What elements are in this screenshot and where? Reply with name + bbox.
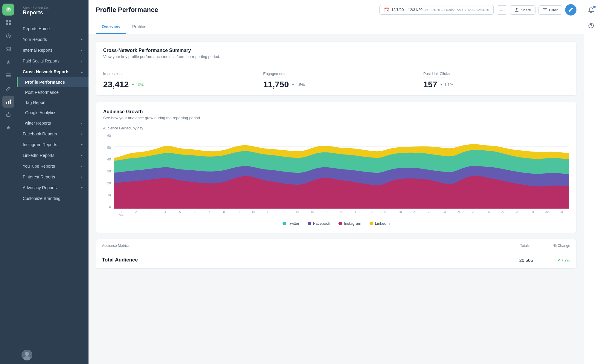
x-label-30: 30 xyxy=(540,210,554,214)
date-range-button[interactable]: 📅 12/1/20 – 12/31/20 vs 11/1/20 – 11/30/… xyxy=(379,5,494,15)
chart-x-axis: 1 Dec 2 3 4 5 6 7 8 9 10 11 12 13 14 xyxy=(114,209,569,218)
metric-post-link-clicks: Post Link Clicks 157 1.1% xyxy=(416,65,576,95)
content-area: Cross-Network Performance Summary View y… xyxy=(89,34,584,364)
total-audience-change: ↗ 7.7% xyxy=(557,258,570,262)
page-title: Profile Performance xyxy=(96,6,158,14)
summary-card-subtitle: View your key profile performance metric… xyxy=(103,54,569,59)
nav-icon-compose[interactable] xyxy=(2,82,14,94)
help-icon xyxy=(588,23,594,29)
nav-group-linkedin-reports[interactable]: LinkedIn Reports ▾ xyxy=(17,150,89,161)
table-col-metrics: Audience Metrics xyxy=(102,244,129,248)
nav-group-label-youtube-reports: YouTube Reports xyxy=(23,164,55,169)
brand-header: Sprout Coffee Co. Reports xyxy=(17,2,89,21)
nav-icon-pin[interactable] xyxy=(2,56,14,68)
x-label-29: 29 xyxy=(525,210,540,214)
nav-group-youtube-reports[interactable]: YouTube Reports ▾ xyxy=(17,161,89,172)
notification-icon-btn[interactable] xyxy=(586,5,597,16)
chart-y-axis: 60 50 40 30 20 10 0 xyxy=(103,134,113,209)
nav-group-label-instagram-reports: Instagram Reports xyxy=(23,142,57,147)
nav-group-pinterest-reports[interactable]: Pinterest Reports ▾ xyxy=(17,172,89,182)
impressions-value: 23,412 10% xyxy=(103,80,248,89)
x-label-14: 14 xyxy=(305,210,319,214)
sidebar-item-profile-performance[interactable]: Profile Performance xyxy=(17,77,89,87)
nav-icon-star[interactable] xyxy=(2,122,14,134)
more-button[interactable]: ··· xyxy=(497,5,507,15)
nav-group-your-reports[interactable]: Your Reports ▾ xyxy=(17,34,89,45)
summary-card-title: Cross-Network Performance Summary xyxy=(103,48,569,53)
post-link-clicks-label: Post Link Clicks xyxy=(423,72,450,77)
total-audience-values: 20,505 ↗ 7.7% xyxy=(519,258,570,263)
sidebar-item-post-performance[interactable]: Post Performance xyxy=(17,87,89,97)
nav-icon-inbox[interactable] xyxy=(2,43,14,55)
brand-title: Reports xyxy=(23,10,83,16)
nav-group-internal-reports[interactable]: Internal Reports ▾ xyxy=(17,45,89,56)
share-button[interactable]: Share xyxy=(510,5,536,15)
y-label-50: 50 xyxy=(107,146,111,149)
nav-group-instagram-reports[interactable]: Instagram Reports ▾ xyxy=(17,139,89,150)
metrics-row: Impressions 23,412 10% Engagements 11,75… xyxy=(96,65,576,95)
svg-rect-10 xyxy=(8,101,9,104)
legend-facebook: Facebook xyxy=(308,221,330,226)
table-row-total-audience: Total Audience 20,505 ↗ 7.7% xyxy=(96,252,576,268)
x-label-13: 13 xyxy=(290,210,305,214)
brand-logo-btn[interactable] xyxy=(2,4,14,16)
nav-group-paid-social-reports[interactable]: Paid Social Reports ▾ xyxy=(17,56,89,66)
chevron-down-icon: ▾ xyxy=(81,154,83,157)
svg-point-27 xyxy=(591,27,591,27)
x-label-27: 27 xyxy=(495,210,510,214)
tab-profiles[interactable]: Profiles xyxy=(126,20,152,34)
right-panel xyxy=(584,0,598,364)
nav-icon-bot[interactable] xyxy=(2,109,14,121)
nav-icon-chart[interactable] xyxy=(2,96,14,108)
x-label-26: 26 xyxy=(481,210,495,214)
nav-group-advocacy-reports[interactable]: Advocacy Reports ▾ xyxy=(17,182,89,193)
instagram-color-dot xyxy=(338,222,342,225)
user-avatar[interactable] xyxy=(22,350,32,360)
chevron-down-icon: ▾ xyxy=(81,59,83,63)
x-label-22: 22 xyxy=(422,210,437,214)
tab-overview[interactable]: Overview xyxy=(96,20,126,34)
help-icon-btn[interactable] xyxy=(586,20,597,31)
x-label-4: 4 xyxy=(158,210,173,214)
nav-icon-1[interactable] xyxy=(2,17,14,29)
top-bar: Profile Performance 📅 12/1/20 – 12/31/20… xyxy=(89,0,584,20)
nav-item-reports-home[interactable]: Reports Home xyxy=(17,23,89,34)
legend-facebook-label: Facebook xyxy=(313,221,330,226)
x-label-20: 20 xyxy=(393,210,408,214)
y-label-60: 60 xyxy=(107,134,111,137)
nav-icon-2[interactable] xyxy=(2,30,14,42)
legend-twitter-label: Twitter xyxy=(288,221,299,226)
svg-rect-2 xyxy=(9,20,11,22)
audience-growth-subtitle: See how your audience grew during the re… xyxy=(103,116,569,120)
chart-plot xyxy=(114,134,569,209)
svg-point-14 xyxy=(9,115,10,116)
chevron-down-icon: ▾ xyxy=(81,143,83,146)
edit-button[interactable] xyxy=(565,4,576,16)
notification-badge xyxy=(593,6,596,8)
audience-metrics-table-card: Audience Metrics Totals % Change Total A… xyxy=(96,239,576,269)
nav-group-cross-network-reports[interactable]: Cross-Network Reports ▴ xyxy=(17,66,89,77)
nav-icon-list[interactable] xyxy=(2,69,14,81)
chevron-down-icon: ▾ xyxy=(81,186,83,189)
sidebar-item-tag-report[interactable]: Tag Report xyxy=(17,97,89,108)
nav-item-customize-branding[interactable]: Customize Branding xyxy=(17,193,89,204)
top-bar-right: 📅 12/1/20 – 12/31/20 vs 11/1/20 – 11/30/… xyxy=(379,4,576,16)
brand-company: Sprout Coffee Co. xyxy=(23,6,83,10)
x-label-7: 7 xyxy=(202,210,217,214)
metric-impressions: Impressions 23,412 10% xyxy=(96,65,256,95)
x-label-18: 18 xyxy=(364,210,378,214)
x-label-8: 8 xyxy=(217,210,231,214)
date-range-value: 12/1/20 – 12/31/20 xyxy=(391,8,422,12)
nav-group-twitter-reports[interactable]: Twitter Reports ▾ xyxy=(17,118,89,129)
sidebar-item-google-analytics[interactable]: Google Analytics xyxy=(17,108,89,118)
area-chart-svg xyxy=(114,134,569,209)
nav-group-facebook-reports[interactable]: Facebook Reports ▾ xyxy=(17,129,89,139)
filter-button[interactable]: Filter xyxy=(538,5,562,15)
chevron-down-icon: ▾ xyxy=(81,122,83,125)
nav-group-label-pinterest-reports: Pinterest Reports xyxy=(23,175,55,179)
x-label-10: 10 xyxy=(246,210,261,214)
y-label-20: 20 xyxy=(107,181,111,185)
svg-point-0 xyxy=(8,9,9,10)
date-comparison: vs 11/1/20 – 11/30/20 vs 12/1/20 – 12/31… xyxy=(425,8,489,12)
x-label-2: 2 xyxy=(129,210,143,214)
